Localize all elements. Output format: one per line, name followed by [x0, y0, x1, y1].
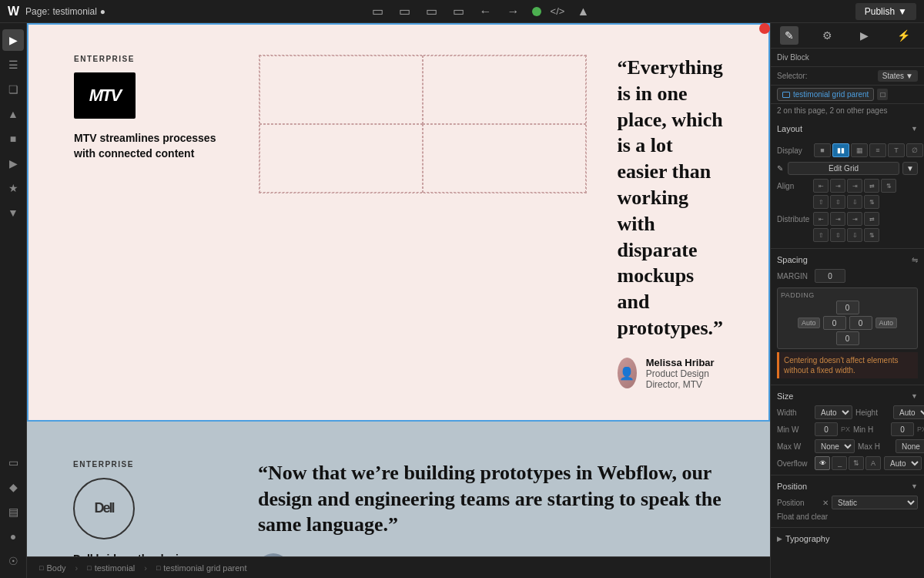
- typography-header[interactable]: ▶ Typography: [771, 531, 924, 546]
- padding-bottom-input[interactable]: [836, 331, 859, 345]
- undo-icon[interactable]: ←: [477, 3, 495, 20]
- align-v-stretch-btn[interactable]: ⇅: [864, 195, 879, 209]
- deploy-icon[interactable]: ▲: [574, 3, 592, 20]
- edit-grid-dropdown[interactable]: ▼: [902, 162, 918, 175]
- display-flex-btn[interactable]: ▮▮: [832, 143, 849, 157]
- edit-grid-row: ✎ Edit Grid ▼: [771, 160, 924, 177]
- states-button[interactable]: States ▼: [878, 70, 918, 82]
- align-baseline-btn[interactable]: ⇅: [881, 179, 896, 193]
- align-start-btn[interactable]: ⇤: [813, 179, 829, 193]
- distribute-center-btn[interactable]: ⇥: [830, 212, 845, 226]
- breadcrumb-body[interactable]: □ Body: [35, 562, 71, 574]
- min-h-input[interactable]: [891, 422, 914, 436]
- tablet-icon[interactable]: ▭: [423, 2, 440, 20]
- align-stretch-btn[interactable]: ⇄: [864, 179, 879, 193]
- distribute-start-btn[interactable]: ⇤: [813, 212, 829, 226]
- display-icons: ■ ▮▮ ▦ ≡ T ∅: [814, 143, 923, 157]
- position-select[interactable]: StaticRelativeAbsoluteFixedSticky: [832, 496, 918, 509]
- settings-icon[interactable]: ⚙: [818, 26, 837, 45]
- padding-auto-right[interactable]: Auto: [875, 318, 898, 328]
- align-v-start-btn[interactable]: ⇧: [813, 195, 829, 209]
- mobile-icon[interactable]: ▭: [450, 2, 467, 20]
- sidebar-icon-components[interactable]: ❏: [2, 79, 24, 100]
- overflow-visible-btn[interactable]: 👁: [815, 456, 830, 470]
- sidebar-icon-interactions[interactable]: ★: [2, 177, 24, 199]
- padding-right-input[interactable]: [849, 316, 872, 330]
- display-grid-btn[interactable]: ▦: [851, 143, 868, 157]
- overflow-scroll-btn[interactable]: ⇅: [849, 456, 864, 470]
- align-v-center-btn[interactable]: ⇳: [830, 195, 845, 209]
- width-select[interactable]: AutoPX%: [815, 405, 852, 419]
- main-area: ▶ ☰ ❏ ▲ ■ ▶ ★ ▼ ▭ ◆ ▤ ● ☉ □ testimonial …: [0, 23, 924, 578]
- publish-button[interactable]: Publish ▼: [855, 3, 916, 20]
- breadcrumb-testimonial[interactable]: □ testimonial: [82, 562, 139, 574]
- sidebar-icon-pages[interactable]: ☰: [2, 54, 24, 76]
- distribute2-btn4[interactable]: ⇅: [864, 228, 879, 242]
- align-center-h-btn[interactable]: ⇥: [830, 179, 845, 193]
- margin-input[interactable]: [815, 269, 845, 283]
- style-icon[interactable]: ✎: [780, 26, 798, 45]
- page-label-text: Page:: [25, 6, 49, 17]
- display-none-btn[interactable]: ∅: [906, 143, 923, 157]
- max-w-select[interactable]: NonePX: [815, 439, 855, 453]
- redo-icon[interactable]: →: [504, 3, 523, 20]
- corner-handle[interactable]: [759, 23, 770, 34]
- align-end-btn[interactable]: ⇥: [847, 179, 862, 193]
- testimonial-section-1[interactable]: □ testimonial grid parent ENTERPRISE MTV…: [27, 23, 770, 422]
- copy-selector-button[interactable]: □: [877, 89, 888, 100]
- sidebar-icon-apps[interactable]: ●: [2, 526, 24, 547]
- sidebar-icon-assets[interactable]: ▲: [2, 103, 24, 125]
- distribute-space-btn[interactable]: ⇄: [864, 212, 879, 226]
- overflow-hidden-btn[interactable]: ⎯: [832, 456, 847, 470]
- padding-top-input[interactable]: [836, 301, 859, 314]
- states-chevron: ▼: [906, 72, 913, 80]
- distribute2-btn3[interactable]: ⇩: [847, 228, 862, 242]
- selector-chip[interactable]: testimonial grid parent: [777, 88, 874, 101]
- selector-chip-row: testimonial grid parent □: [771, 86, 924, 104]
- display-inline-btn[interactable]: ≡: [869, 143, 886, 157]
- interactions-icon[interactable]: ▶: [855, 26, 873, 45]
- position-header[interactable]: Position ▼: [771, 479, 924, 494]
- display-block-btn[interactable]: ■: [814, 143, 831, 157]
- position-x-icon: ✕: [822, 499, 829, 507]
- sidebar-icon-logic[interactable]: ▼: [2, 202, 24, 223]
- sidebar-icon-settings[interactable]: ☉: [2, 550, 24, 572]
- layout-header[interactable]: Layout ▼: [771, 119, 924, 138]
- sidebar-icon-pointer[interactable]: ▶: [2, 29, 24, 51]
- distribute-end-btn[interactable]: ⇥: [847, 212, 862, 226]
- sidebar-icon-symbol[interactable]: ◆: [2, 476, 24, 498]
- sidebar-icon-grid[interactable]: ▤: [2, 501, 24, 523]
- chip-label: testimonial grid parent: [793, 90, 869, 99]
- breadcrumb-grid-parent[interactable]: □ testimonial grid parent: [152, 562, 252, 574]
- overflow-auto-select[interactable]: Auto: [884, 456, 922, 470]
- quote-mtv: “Everything is in one place, which is a …: [618, 55, 723, 341]
- spacing-expand[interactable]: ⇋: [912, 256, 918, 264]
- quote-dell: “Now that we’re building prototypes in W…: [258, 460, 724, 538]
- tablet-landscape-icon[interactable]: ▭: [396, 2, 413, 20]
- display-inline-block-btn[interactable]: T: [888, 143, 905, 157]
- sidebar-icon-ecommerce[interactable]: ▶: [2, 153, 24, 174]
- max-h-select[interactable]: NonePX: [896, 439, 924, 453]
- min-w-input[interactable]: [815, 422, 838, 436]
- width-label: Width: [777, 408, 812, 417]
- overflow-auto-btn[interactable]: A: [865, 456, 881, 470]
- sidebar-icon-responsive[interactable]: ▭: [2, 452, 24, 473]
- sidebar-icon-cms[interactable]: ■: [2, 128, 24, 150]
- position-value-row: Position ✕ StaticRelativeAbsoluteFixedSt…: [771, 494, 924, 511]
- width-row: Width AutoPX% Height AutoPX: [771, 404, 924, 421]
- desktop-icon[interactable]: ▭: [369, 2, 387, 20]
- breadcrumb-testimonial-label: testimonial: [95, 563, 136, 573]
- edit-grid-button[interactable]: Edit Grid: [788, 162, 899, 175]
- size-header[interactable]: Size ▼: [771, 388, 924, 404]
- distribute2-btn1[interactable]: ⇧: [813, 228, 829, 242]
- padding-auto-left[interactable]: Auto: [798, 318, 820, 328]
- height-select[interactable]: AutoPX: [893, 405, 924, 419]
- spacing-label: Spacing: [777, 255, 808, 264]
- padding-left-input[interactable]: [823, 316, 846, 330]
- align-v-end-btn[interactable]: ⇩: [847, 195, 862, 209]
- position-section: Position ▼ Position ✕ StaticRelativeAbso…: [771, 475, 924, 527]
- distribute2-btn2[interactable]: ⇳: [830, 228, 845, 242]
- spacing-header[interactable]: Spacing ⇋: [771, 252, 924, 267]
- more-icon[interactable]: ⚡: [892, 26, 915, 45]
- code-icon[interactable]: </>: [551, 5, 565, 17]
